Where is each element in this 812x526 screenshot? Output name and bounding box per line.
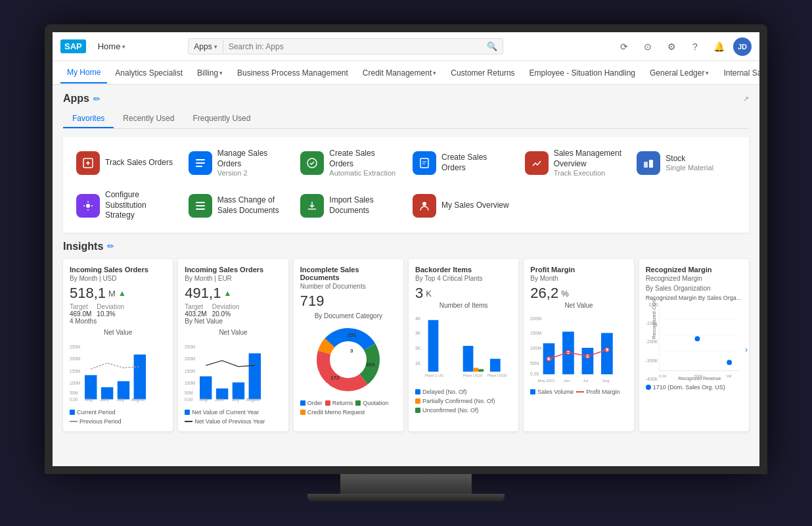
- app-icon-config-sub: [76, 194, 100, 218]
- ledger-chevron-icon: ▾: [706, 70, 709, 76]
- chart5-legend: Sales Volume Profit Margin: [530, 389, 627, 395]
- chart-profit-bars: 200M 150M 100M 50M 0,00: [530, 312, 627, 384]
- sap-logo[interactable]: SAP: [60, 39, 86, 53]
- apps-edit-icon[interactable]: ✏: [93, 94, 101, 104]
- bell-icon[interactable]: 🔔: [710, 37, 728, 56]
- app-manage-sales-orders[interactable]: Manage Sales Orders Version 2: [183, 143, 293, 182]
- svg-text:May: May: [85, 397, 93, 402]
- svg-text:August: August: [246, 397, 259, 402]
- svg-rect-10: [196, 205, 205, 206]
- tab-favorites[interactable]: Favorites: [63, 110, 114, 128]
- scope-chevron-icon: ▾: [214, 43, 217, 50]
- svg-text:Recognized Revenue: Recognized Revenue: [679, 376, 721, 381]
- tab-frequently-used[interactable]: Frequently Used: [183, 110, 259, 128]
- chart-next-arrow[interactable]: ›: [745, 345, 748, 354]
- svg-text:3: 3: [350, 348, 353, 354]
- app-create-sales-auto[interactable]: Create Sales Orders Automatic Extraction: [295, 143, 405, 182]
- app-icon-manage-sales: [189, 151, 212, 175]
- svg-rect-9: [196, 202, 205, 203]
- nav-my-home[interactable]: My Home: [60, 62, 107, 84]
- insights-edit-icon[interactable]: ✏: [107, 241, 114, 251]
- svg-text:Plant US30: Plant US30: [487, 373, 507, 377]
- chart-bars-eur: 250M 200M 150M 100M 50M 0,00 May: [185, 339, 281, 404]
- svg-text:100M: 100M: [530, 346, 541, 350]
- search-button[interactable]: 🔍: [482, 39, 503, 54]
- svg-text:May: May: [200, 397, 208, 402]
- nav-internal-sales[interactable]: Internal Sales ▾: [717, 63, 759, 83]
- svg-text:100M: 100M: [70, 381, 80, 385]
- app-sales-mgmt-overview[interactable]: Sales Management Overview Track Executio…: [520, 143, 629, 182]
- notifications-icon[interactable]: ⊙: [639, 37, 657, 56]
- search-input[interactable]: [223, 39, 482, 54]
- app-create-sales-orders[interactable]: Create Sales Orders: [407, 143, 517, 182]
- home-chevron-icon: ▾: [122, 43, 125, 50]
- app-track-sales-orders[interactable]: Track Sales Orders: [71, 143, 181, 182]
- apps-section-header: Apps ✏ ↗: [63, 93, 749, 105]
- app-stock[interactable]: Stock Single Material: [631, 143, 741, 182]
- svg-text:0,00: 0,00: [530, 371, 539, 376]
- home-menu[interactable]: Home ▾: [94, 41, 130, 51]
- settings-icon[interactable]: ⚙: [662, 37, 681, 56]
- svg-text:4K: 4K: [415, 316, 421, 321]
- chart6-legend: 1710 (Dom. Sales Org. US): [646, 384, 742, 391]
- svg-rect-54: [428, 320, 439, 372]
- svg-text:3K: 3K: [415, 331, 421, 335]
- chart-bars-usd: 250M 200M 150M 100M 50M 0,00: [70, 339, 166, 404]
- search-box: Apps ▾ 🔍: [188, 38, 503, 55]
- app-my-sales-overview[interactable]: My Sales Overview: [407, 185, 517, 226]
- svg-text:Jul: Jul: [583, 379, 589, 383]
- svg-text:0,00: 0,00: [185, 397, 193, 402]
- svg-text:50M: 50M: [185, 391, 193, 395]
- svg-text:1K: 1K: [415, 361, 421, 366]
- svg-text:Plant US20: Plant US20: [463, 373, 483, 377]
- svg-text:May 2022: May 2022: [538, 379, 555, 383]
- apps-container: Track Sales Orders Manage Sales Orders V…: [63, 137, 749, 233]
- insights-title: Insights: [63, 241, 103, 252]
- svg-rect-11: [196, 208, 205, 210]
- help-icon[interactable]: ?: [686, 37, 704, 56]
- chart-backorder: Backorder Items By Top 4 Critical Plants…: [409, 259, 518, 431]
- svg-text:172: 172: [330, 375, 340, 381]
- cursor-indicator: ↗: [743, 95, 749, 103]
- chart1-legend: Current Period Previous Period: [70, 409, 166, 425]
- search-scope-selector[interactable]: Apps ▾: [189, 39, 223, 54]
- nav-bpm[interactable]: Business Process Management: [231, 63, 355, 83]
- svg-text:150M: 150M: [70, 369, 80, 373]
- svg-text:200M: 200M: [185, 356, 195, 361]
- app-icon-sales-mgmt: [525, 151, 549, 175]
- svg-rect-7: [649, 160, 653, 168]
- nav-billing[interactable]: Billing ▾: [191, 63, 229, 83]
- nav-employee[interactable]: Employee - Situation Handling: [523, 63, 642, 83]
- apps-grid: Track Sales Orders Manage Sales Orders V…: [71, 143, 741, 182]
- tab-recently-used[interactable]: Recently Used: [114, 110, 183, 128]
- svg-rect-72: [601, 333, 613, 374]
- app-mass-change[interactable]: Mass Change of Sales Documents: [183, 185, 293, 226]
- user-avatar[interactable]: JD: [733, 37, 752, 56]
- chart-recognized-margin: Recognized Margin Recognized Margin By S…: [639, 259, 749, 431]
- svg-text:250M: 250M: [70, 345, 80, 349]
- refresh-icon[interactable]: ⟳: [615, 37, 633, 56]
- svg-text:50M: 50M: [530, 361, 539, 366]
- apps-grid-row2: Configure Substitution Strategy Mass Cha…: [71, 185, 741, 226]
- svg-point-45: [331, 343, 365, 377]
- chart-incoming-usd: Incoming Sales Orders By Month | USD 518…: [63, 259, 173, 431]
- nav-analytics[interactable]: Analytics Specialist: [108, 63, 189, 83]
- svg-text:2K: 2K: [415, 346, 421, 350]
- svg-text:1M: 1M: [727, 374, 732, 378]
- svg-rect-57: [463, 346, 474, 371]
- svg-rect-36: [249, 353, 261, 399]
- svg-text:0,00: 0,00: [70, 397, 78, 402]
- app-import-sales[interactable]: Import Sales Documents: [295, 185, 405, 226]
- svg-text:250M: 250M: [185, 345, 195, 349]
- svg-text:151: 151: [348, 332, 357, 338]
- svg-text:200M: 200M: [530, 316, 541, 321]
- nav-customer-returns[interactable]: Customer Returns: [444, 63, 521, 83]
- app-configure-substitution[interactable]: Configure Substitution Strategy: [71, 185, 181, 226]
- svg-text:June: June: [215, 397, 224, 402]
- nav-credit[interactable]: Credit Management ▾: [356, 63, 443, 83]
- svg-point-12: [422, 202, 426, 206]
- svg-point-87: [727, 360, 733, 365]
- nav-general-ledger[interactable]: General Ledger ▾: [643, 63, 715, 83]
- chart3-legend: Order Returns Quotation Credit Memo Requ…: [300, 400, 397, 416]
- svg-text:200M: 200M: [70, 356, 80, 361]
